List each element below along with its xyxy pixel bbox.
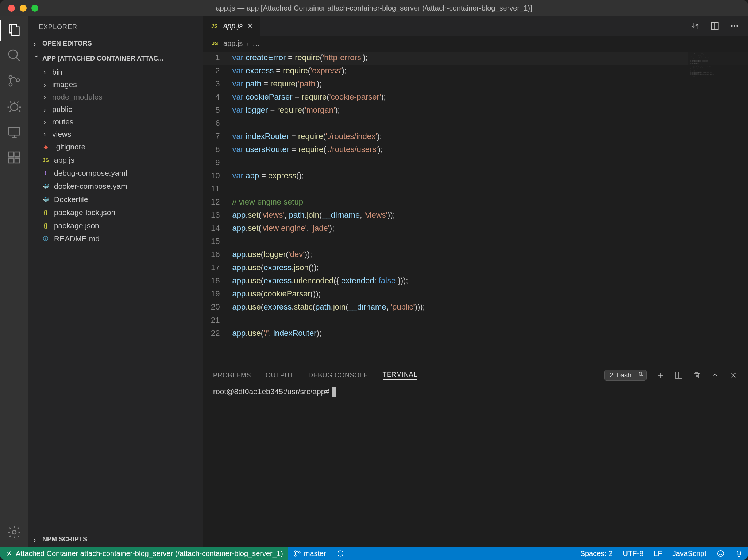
close-window-button[interactable]: [8, 5, 15, 12]
tree-item-node-modules[interactable]: ›node_modules: [28, 91, 203, 103]
close-panel-icon[interactable]: [729, 371, 738, 380]
remote-explorer-icon[interactable]: [7, 125, 22, 139]
source-control-icon[interactable]: [7, 74, 22, 88]
git-branch-button[interactable]: master: [288, 547, 331, 560]
svg-rect-7: [9, 158, 14, 163]
chevron-down-icon: ›: [34, 55, 40, 62]
titlebar[interactable]: app.js — app [Attached Container attach-…: [0, 0, 748, 16]
yaml-file-icon: !: [41, 168, 50, 178]
tree-label: bin: [52, 68, 62, 77]
npm-scripts-section[interactable]: › NPM SCRIPTS: [28, 532, 203, 547]
json-file-icon: {}: [41, 208, 50, 217]
git-file-icon: ◆: [41, 142, 50, 152]
encoding-button[interactable]: UTF-8: [618, 547, 649, 560]
settings-gear-icon[interactable]: [7, 525, 22, 540]
info-file-icon: ⓘ: [41, 234, 50, 244]
tree-item-views[interactable]: ›views: [28, 128, 203, 140]
maximize-window-button[interactable]: [31, 5, 38, 12]
code-editor[interactable]: 12345678910111213141516171819202122 var …: [203, 51, 748, 366]
panel-tab-terminal[interactable]: TERMINAL: [383, 371, 417, 380]
explorer-icon[interactable]: [7, 23, 22, 37]
close-tab-icon[interactable]: ✕: [247, 22, 253, 30]
chevron-right-icon: ›: [41, 93, 49, 101]
open-editors-section[interactable]: › OPEN EDITORS: [28, 36, 203, 51]
chevron-right-icon: ›: [41, 80, 49, 89]
terminal-cursor: [332, 387, 336, 397]
tree-item-app-js[interactable]: JSapp.js: [28, 153, 203, 167]
remote-indicator[interactable]: Attached Container attach-container-blog…: [0, 547, 288, 560]
panel-tab-debug[interactable]: DEBUG CONSOLE: [308, 372, 368, 379]
svg-point-2: [9, 83, 12, 86]
panel: PROBLEMS OUTPUT DEBUG CONSOLE TERMINAL 2…: [203, 366, 748, 547]
minimize-window-button[interactable]: [20, 5, 27, 12]
js-file-icon: JS: [41, 155, 50, 165]
tree-label: debug-compose.yaml: [54, 169, 127, 178]
sync-button[interactable]: [331, 547, 350, 560]
tree-item-bin[interactable]: ›bin: [28, 66, 203, 78]
docker-file-icon: 🐳: [41, 182, 50, 191]
tree-label: package.json: [54, 221, 99, 230]
notifications-button[interactable]: [730, 547, 748, 560]
breadcrumb[interactable]: JS app.js › …: [203, 36, 748, 51]
bell-icon: [735, 549, 743, 557]
remote-label: Attached Container attach-container-blog…: [16, 549, 283, 558]
tree-label: node_modules: [52, 93, 103, 101]
eol-button[interactable]: LF: [648, 547, 667, 560]
tree-label: package-lock.json: [54, 208, 115, 217]
editor-tabs: JS app.js ✕: [203, 16, 748, 36]
chevron-right-icon: ›: [34, 536, 40, 543]
code-content[interactable]: var createError = require('http-errors')…: [232, 51, 688, 366]
more-actions-icon[interactable]: [730, 21, 739, 31]
chevron-right-icon: ›: [34, 40, 40, 47]
tree-label: images: [52, 80, 77, 89]
panel-tab-problems[interactable]: PROBLEMS: [213, 372, 251, 379]
chevron-right-icon: ›: [41, 130, 49, 139]
tree-item-public[interactable]: ›public: [28, 103, 203, 116]
activity-bar: [0, 16, 28, 547]
tree-item-readme-md[interactable]: ⓘREADME.md: [28, 232, 203, 245]
tree-item-package-json[interactable]: {}package.json: [28, 219, 203, 232]
svg-point-3: [16, 79, 19, 82]
svg-rect-8: [15, 158, 20, 163]
tab-app-js[interactable]: JS app.js ✕: [203, 16, 260, 36]
chevron-right-icon: ›: [41, 117, 49, 126]
tree-item-debug-compose-yaml[interactable]: !debug-compose.yaml: [28, 167, 203, 180]
panel-tab-output[interactable]: OUTPUT: [266, 372, 294, 379]
minimap[interactable]: var createError = require('http-errors')…: [688, 51, 748, 366]
git-branch-icon: [293, 549, 301, 557]
svg-point-10: [12, 530, 16, 534]
status-bar: Attached Container attach-container-blog…: [0, 547, 748, 560]
split-terminal-icon[interactable]: [674, 371, 683, 380]
tree-label: README.md: [54, 234, 100, 243]
extensions-icon[interactable]: [7, 150, 22, 165]
tree-label: docker-compose.yaml: [54, 182, 129, 191]
tree-item-dockerfile[interactable]: 🐳Dockerfile: [28, 193, 203, 206]
npm-scripts-label: NPM SCRIPTS: [42, 536, 87, 543]
terminal-select[interactable]: 2: bash: [604, 370, 647, 381]
tree-item-routes[interactable]: ›routes: [28, 116, 203, 128]
compare-changes-icon[interactable]: [690, 21, 700, 31]
tree-label: views: [52, 130, 72, 139]
tree-item--gitignore[interactable]: ◆.gitignore: [28, 140, 203, 153]
sidebar: EXPLORER › OPEN EDITORS › APP [ATTACHED …: [28, 16, 203, 547]
breadcrumb-file[interactable]: app.js: [223, 39, 243, 48]
new-terminal-icon[interactable]: [656, 371, 665, 380]
feedback-button[interactable]: [712, 547, 730, 560]
tree-item-images[interactable]: ›images: [28, 78, 203, 91]
language-mode-button[interactable]: JavaScript: [667, 547, 712, 560]
debug-icon[interactable]: [7, 99, 22, 114]
breadcrumb-separator: ›: [246, 39, 249, 48]
kill-terminal-icon[interactable]: [693, 371, 701, 380]
indentation-button[interactable]: Spaces: 2: [575, 547, 618, 560]
svg-point-1: [9, 76, 12, 79]
split-editor-icon[interactable]: [710, 21, 720, 31]
tree-item-package-lock-json[interactable]: {}package-lock.json: [28, 206, 203, 219]
maximize-panel-icon[interactable]: [711, 371, 720, 380]
tree-label: Dockerfile: [54, 195, 88, 204]
search-icon[interactable]: [7, 48, 22, 63]
terminal-body[interactable]: root@8df0ae1eb345:/usr/src/app#: [203, 384, 748, 547]
tree-item-docker-compose-yaml[interactable]: 🐳docker-compose.yaml: [28, 180, 203, 193]
line-numbers: 12345678910111213141516171819202122: [203, 51, 232, 366]
breadcrumb-more[interactable]: …: [252, 39, 260, 48]
project-section[interactable]: › APP [ATTACHED CONTAINER ATTAC...: [28, 51, 203, 66]
